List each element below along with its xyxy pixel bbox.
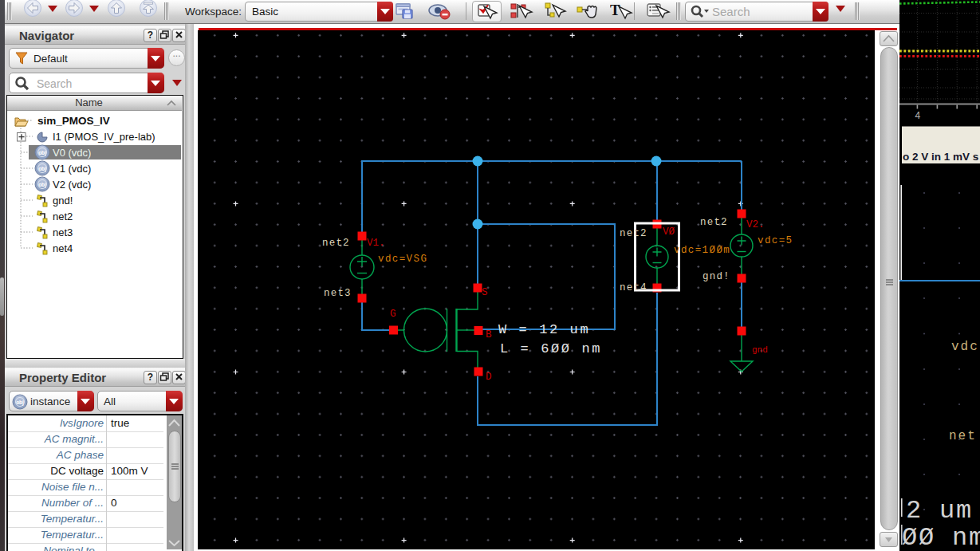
svg-text:V2.: V2. — [746, 219, 765, 230]
svg-text:2 um: 2 um — [906, 496, 973, 525]
svg-text:vdc=VSG: vdc=VSG — [378, 254, 427, 265]
svg-text:G: G — [390, 309, 396, 320]
svg-text:obj: obj — [38, 150, 46, 156]
svg-text:vdc=5: vdc=5 — [758, 235, 793, 246]
svg-text:gnd!: gnd! — [703, 271, 730, 282]
svg-text:V1.: V1. — [367, 238, 385, 249]
svg-text:B: B — [486, 329, 492, 340]
svg-text:gnd: gnd — [752, 345, 768, 355]
svg-text:vdc: vdc — [951, 340, 979, 354]
svg-text:W = 12 um: W = 12 um — [498, 322, 590, 337]
svg-text:net2: net2 — [620, 228, 647, 239]
svg-text:4: 4 — [915, 110, 921, 121]
svg-text:net: net — [949, 429, 977, 443]
svg-text:D: D — [486, 372, 492, 383]
svg-text:net4: net4 — [620, 282, 647, 293]
svg-text:T: T — [610, 2, 620, 18]
svg-text:ØØ nm: ØØ nm — [902, 523, 980, 551]
svg-text:net3: net3 — [324, 288, 352, 299]
svg-text:obj: obj — [16, 399, 24, 406]
svg-text:obj: obj — [38, 182, 46, 188]
svg-text:obj: obj — [38, 166, 46, 172]
svg-text:S: S — [482, 287, 488, 298]
svg-text:o 2 V in 1 mV s: o 2 V in 1 mV s — [903, 151, 978, 163]
svg-text:net2: net2 — [322, 238, 350, 249]
svg-text:vdc=1ØØm: vdc=1ØØm — [674, 245, 730, 256]
svg-text:L = 6ØØ nm: L = 6ØØ nm — [500, 341, 602, 356]
svg-text:net2: net2 — [700, 217, 728, 228]
svg-text:VØ: VØ — [663, 226, 675, 238]
